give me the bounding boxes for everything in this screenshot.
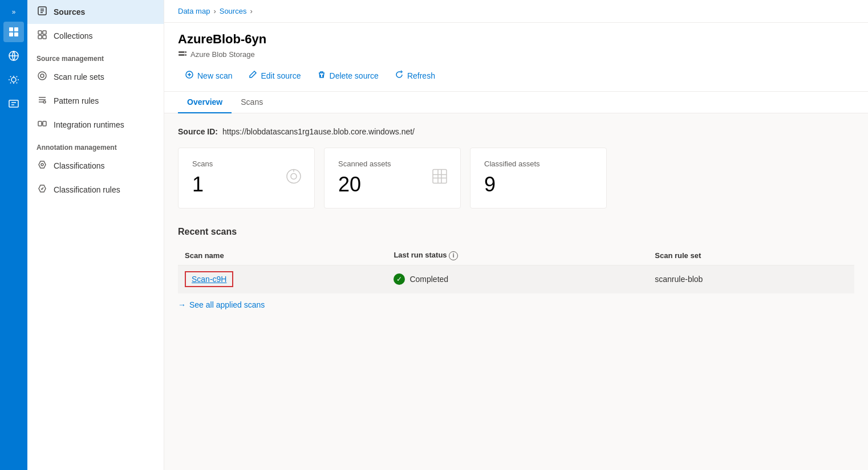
storage-icon — [178, 49, 187, 60]
svg-rect-18 — [38, 121, 42, 126]
sidebar-item-classification-rules-label: Classification rules — [54, 185, 120, 194]
scans-table: Scan name Last run status i Scan rule se… — [178, 246, 854, 293]
sidebar-item-classification-rules[interactable]: Classification rules — [27, 178, 164, 202]
svg-point-13 — [40, 74, 44, 77]
svg-rect-19 — [43, 121, 46, 126]
tab-overview[interactable]: Overview — [178, 92, 232, 113]
sidebar-item-scan-rule-sets[interactable]: Scan rule sets — [27, 65, 164, 89]
col-last-run-status-label: Last run status — [394, 251, 447, 259]
page-title: AzureBlob-6yn — [178, 32, 854, 47]
status-label: Completed — [409, 275, 448, 284]
main-content: Data map › Sources › AzureBlob-6yn Azure… — [164, 0, 868, 470]
recent-scans-title: Recent scans — [178, 227, 854, 237]
breadcrumb-sep-2: › — [250, 7, 252, 15]
sidebar-item-classifications-label: Classifications — [54, 161, 104, 170]
sidebar: Sources Collections Source management Sc… — [27, 0, 164, 470]
col-scan-rule-set: Scan rule set — [648, 246, 854, 265]
stats-cards: Scans 1 Scanned assets 20 Classified ass… — [178, 148, 854, 209]
last-run-status-info-icon[interactable]: i — [449, 251, 458, 260]
completed-status-icon: ✓ — [394, 273, 405, 285]
new-scan-icon — [185, 70, 194, 81]
classifications-icon — [36, 160, 48, 172]
source-management-header: Source management — [27, 48, 164, 65]
sidebar-item-scan-rule-sets-label: Scan rule sets — [54, 72, 104, 81]
management-nav-icon[interactable] — [3, 93, 24, 114]
sidebar-item-collections[interactable]: Collections — [27, 24, 164, 48]
col-scan-rule-set-label: Scan rule set — [655, 251, 701, 260]
sidebar-item-collections-label: Collections — [54, 31, 92, 40]
col-scan-name: Scan name — [178, 246, 387, 265]
see-all-scans-link[interactable]: → See all applied scans — [178, 300, 854, 309]
new-scan-label: New scan — [197, 71, 232, 80]
sidebar-item-sources-label: Sources — [54, 7, 85, 17]
svg-rect-6 — [9, 100, 18, 107]
breadcrumb-sep-1: › — [213, 7, 216, 15]
scan-name-link[interactable]: Scan-c9H — [192, 275, 226, 284]
scan-name-cell: Scan-c9H — [178, 265, 387, 293]
svg-point-12 — [38, 72, 46, 80]
sidebar-item-integration-runtimes[interactable]: Integration runtimes — [27, 113, 164, 137]
sidebar-item-sources[interactable]: Sources — [27, 0, 164, 24]
see-all-label: See all applied scans — [189, 300, 265, 309]
integration-runtimes-icon — [36, 118, 48, 131]
sidebar-item-classifications[interactable]: Classifications — [27, 154, 164, 178]
scan-rule-set-cell: scanrule-blob — [648, 265, 854, 293]
svg-rect-10 — [38, 35, 42, 39]
icon-bar: » — [0, 0, 27, 470]
col-last-run-status: Last run status i — [387, 246, 648, 265]
classified-assets-stat-card[interactable]: Classified assets 9 — [470, 148, 607, 209]
svg-point-17 — [43, 101, 46, 103]
svg-rect-1 — [14, 27, 18, 31]
scans-card-icon — [285, 167, 303, 189]
sources-icon — [36, 6, 48, 18]
recent-scans-section: Recent scans Scan name Last run status i… — [178, 227, 854, 309]
refresh-button[interactable]: Refresh — [388, 67, 442, 84]
classified-assets-card-value: 9 — [484, 173, 593, 197]
svg-point-23 — [184, 52, 185, 53]
scan-rule-sets-icon — [36, 71, 48, 83]
svg-point-27 — [291, 173, 297, 179]
insights-nav-icon[interactable] — [3, 70, 24, 90]
sidebar-item-pattern-rules[interactable]: Pattern rules — [27, 89, 164, 113]
scanned-assets-card-icon — [431, 167, 449, 189]
catalog-nav-icon[interactable] — [3, 22, 24, 42]
toolbar: New scan Edit source Delete source Refre… — [164, 60, 868, 92]
content-area: Source ID: https://blobdatascans1rg1ause… — [164, 113, 868, 470]
tabs: Overview Scans — [164, 92, 868, 113]
page-subtitle: Azure Blob Storage — [178, 49, 854, 60]
scan-name-selected-box[interactable]: Scan-c9H — [185, 271, 233, 287]
page-header: AzureBlob-6yn Azure Blob Storage — [164, 23, 868, 60]
refresh-label: Refresh — [407, 71, 435, 80]
source-id-row: Source ID: https://blobdatascans1rg1ause… — [178, 127, 854, 136]
breadcrumb-data-map[interactable]: Data map — [178, 7, 210, 15]
sidebar-item-pattern-rules-label: Pattern rules — [54, 96, 99, 105]
data-map-nav-icon[interactable] — [3, 46, 24, 66]
svg-point-24 — [184, 55, 185, 56]
scanned-assets-stat-card[interactable]: Scanned assets 20 — [324, 148, 461, 209]
col-scan-name-label: Scan name — [185, 251, 224, 260]
pattern-rules-icon — [36, 95, 48, 107]
see-all-arrow: → — [178, 300, 186, 309]
annotation-management-header: Annotation management — [27, 137, 164, 154]
scans-stat-card[interactable]: Scans 1 — [178, 148, 315, 209]
delete-source-button[interactable]: Delete source — [310, 67, 386, 84]
tab-scans-label: Scans — [241, 97, 263, 107]
tab-scans[interactable]: Scans — [232, 92, 272, 113]
svg-point-20 — [41, 164, 43, 166]
svg-rect-8 — [38, 31, 42, 34]
svg-rect-11 — [43, 35, 46, 39]
new-scan-button[interactable]: New scan — [178, 67, 239, 84]
breadcrumb-sources[interactable]: Sources — [220, 7, 247, 15]
edit-source-button[interactable]: Edit source — [241, 67, 307, 84]
svg-rect-0 — [9, 27, 13, 31]
refresh-icon — [395, 70, 404, 81]
source-id-value: https://blobdatascans1rg1ause.blob.core.… — [222, 127, 415, 136]
sidebar-item-integration-runtimes-label: Integration runtimes — [54, 120, 124, 129]
status-cell: ✓ Completed — [387, 265, 648, 293]
delete-source-icon — [317, 70, 326, 81]
page-subtitle-text: Azure Blob Storage — [190, 50, 255, 59]
delete-source-label: Delete source — [330, 71, 379, 80]
collections-icon — [36, 30, 48, 42]
edit-source-icon — [248, 70, 257, 81]
collapse-icon[interactable]: » — [10, 6, 18, 18]
